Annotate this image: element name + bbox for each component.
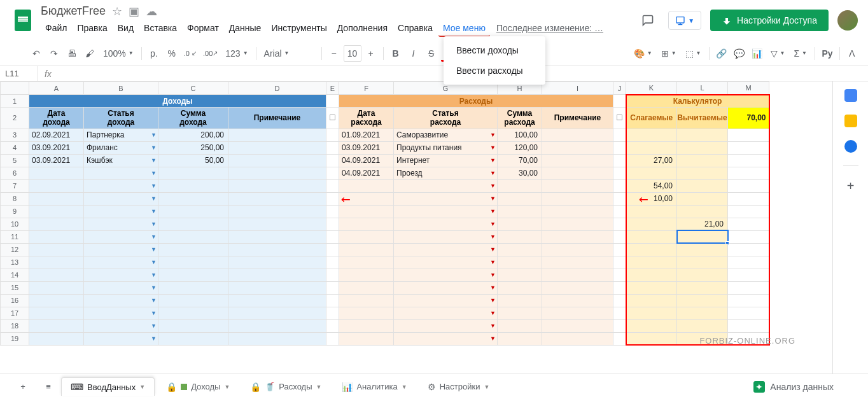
cell[interactable]: [29, 256, 84, 269]
cell[interactable]: [677, 256, 728, 269]
star-icon[interactable]: ☆: [112, 4, 122, 18]
borders-button[interactable]: ⊞▼: [657, 48, 680, 59]
cell[interactable]: [228, 218, 326, 230]
cell[interactable]: [158, 332, 228, 345]
cell[interactable]: [728, 230, 769, 243]
cell[interactable]: [542, 205, 613, 218]
cell[interactable]: [29, 192, 84, 205]
col-header[interactable]: I: [542, 82, 613, 95]
cell[interactable]: [626, 218, 677, 230]
cloud-icon[interactable]: ☁: [146, 4, 157, 18]
cell[interactable]: Статьядохода: [84, 108, 158, 129]
font-size[interactable]: 10: [344, 45, 361, 62]
cell[interactable]: [228, 243, 326, 256]
cell[interactable]: [326, 307, 339, 319]
cell[interactable]: [613, 256, 626, 269]
cell[interactable]: [326, 230, 339, 243]
cell[interactable]: ▼: [84, 205, 158, 218]
cell[interactable]: [728, 307, 769, 319]
cell[interactable]: [626, 294, 677, 307]
cell[interactable]: [158, 307, 228, 319]
cell[interactable]: Кэшбэк▼: [84, 154, 158, 167]
cell[interactable]: [613, 294, 626, 307]
cell[interactable]: [613, 307, 626, 319]
cell[interactable]: [158, 256, 228, 269]
cell[interactable]: [613, 205, 626, 218]
cell[interactable]: [613, 95, 626, 108]
cell[interactable]: [326, 154, 339, 167]
currency-button[interactable]: р.: [146, 45, 162, 62]
row-header[interactable]: 7: [1, 179, 29, 192]
cell[interactable]: [228, 332, 326, 345]
col-header[interactable]: C: [158, 82, 228, 95]
cell[interactable]: [29, 294, 84, 307]
cell[interactable]: Партнерка▼: [84, 129, 158, 141]
cell[interactable]: [728, 269, 769, 281]
cell[interactable]: [613, 319, 626, 332]
cell[interactable]: [728, 243, 769, 256]
menu-данные[interactable]: Данные: [225, 20, 266, 37]
comments-icon[interactable]: [636, 9, 659, 32]
link-button[interactable]: 🔗: [713, 45, 730, 62]
spreadsheet-grid[interactable]: ABCDEFGHIJKLM1ДоходыРасходыКалькулятор2Д…: [0, 81, 770, 346]
strike-button[interactable]: S: [423, 45, 440, 62]
cell[interactable]: Вычитаемые: [677, 108, 728, 129]
cell[interactable]: [158, 179, 228, 192]
cell[interactable]: [228, 141, 326, 154]
cell[interactable]: [29, 319, 84, 332]
sheet-tab[interactable]: 🔒🥤Расходы▼: [241, 377, 330, 396]
cell[interactable]: [613, 281, 626, 294]
name-box[interactable]: L11: [0, 66, 38, 81]
cell[interactable]: 30,00: [498, 167, 542, 179]
cell[interactable]: Проезд▼: [394, 167, 498, 179]
cell[interactable]: ▼: [394, 256, 498, 269]
cell[interactable]: Продукты питания▼: [394, 141, 498, 154]
cell[interactable]: [326, 218, 339, 230]
menu-вид[interactable]: Вид: [113, 20, 138, 37]
cell[interactable]: Примечание: [542, 108, 613, 129]
cell[interactable]: [339, 307, 394, 319]
cell[interactable]: [29, 307, 84, 319]
cell[interactable]: [677, 294, 728, 307]
cell[interactable]: [677, 154, 728, 167]
menu-мое меню[interactable]: Мое меню: [438, 20, 490, 37]
cell[interactable]: [228, 179, 326, 192]
cell[interactable]: ▼: [84, 230, 158, 243]
zoom-select[interactable]: 100%▼: [99, 48, 137, 59]
cell[interactable]: [677, 243, 728, 256]
row-header[interactable]: 11: [1, 230, 29, 243]
cell[interactable]: [542, 230, 613, 243]
cell[interactable]: [542, 167, 613, 179]
font-dec-button[interactable]: −: [326, 45, 342, 62]
cell[interactable]: [613, 243, 626, 256]
cell[interactable]: [542, 294, 613, 307]
cell[interactable]: Фриланс▼: [84, 141, 158, 154]
cell[interactable]: [326, 281, 339, 294]
sheet-tab[interactable]: 🔒Доходы▼: [157, 377, 239, 396]
col-header[interactable]: M: [728, 82, 769, 95]
cell[interactable]: 27,00: [626, 154, 677, 167]
cell[interactable]: ▼: [394, 230, 498, 243]
comment-button[interactable]: 💬: [731, 45, 748, 62]
cell[interactable]: 200,00: [158, 129, 228, 141]
cell[interactable]: [29, 230, 84, 243]
cell[interactable]: 50,00: [158, 154, 228, 167]
cell[interactable]: [326, 179, 339, 192]
cell[interactable]: [326, 243, 339, 256]
paint-format-button[interactable]: 🖌: [81, 45, 98, 62]
cell[interactable]: [326, 167, 339, 179]
cell[interactable]: [158, 167, 228, 179]
cell[interactable]: 250,00: [158, 141, 228, 154]
cell[interactable]: [326, 269, 339, 281]
cell[interactable]: 10,00: [626, 192, 677, 205]
cell[interactable]: [728, 319, 769, 332]
cell[interactable]: 03.09.2021: [29, 154, 84, 167]
cell[interactable]: ▼: [84, 294, 158, 307]
sheet-tab[interactable]: ⌨ВводДанных▼: [61, 377, 155, 396]
cell[interactable]: [613, 218, 626, 230]
cell[interactable]: 70,00: [498, 154, 542, 167]
cell[interactable]: [339, 319, 394, 332]
user-avatar[interactable]: [837, 10, 858, 31]
row-header[interactable]: 6: [1, 167, 29, 179]
cell[interactable]: [29, 218, 84, 230]
